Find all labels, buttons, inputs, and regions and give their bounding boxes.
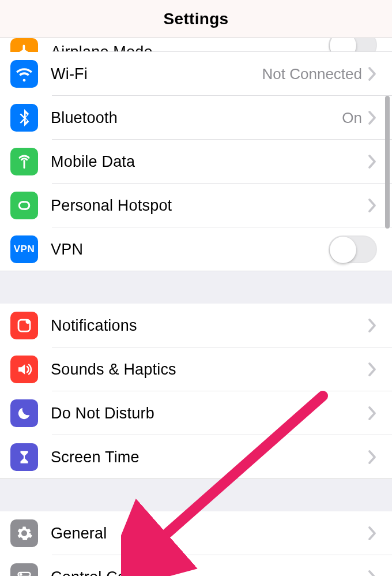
row-personal-hotspot[interactable]: Personal Hotspot: [0, 184, 392, 227]
airplane-icon: [10, 38, 38, 52]
row-general[interactable]: General: [0, 511, 392, 555]
settings-group-connectivity: Airplane Mode Wi-Fi Not Connected: [0, 38, 392, 271]
chevron-right-icon: [368, 569, 377, 576]
row-airplane-mode[interactable]: Airplane Mode: [0, 38, 392, 52]
row-label: Sounds & Haptics: [51, 361, 176, 379]
row-label: Personal Hotspot: [51, 197, 172, 215]
row-label: General: [51, 525, 107, 543]
row-value: On: [342, 109, 362, 127]
row-label: Mobile Data: [51, 153, 135, 171]
moon-icon: [10, 399, 38, 427]
hourglass-icon: [10, 443, 38, 471]
vpn-icon: VPN: [10, 235, 38, 263]
scroll-indicator[interactable]: [385, 96, 390, 229]
settings-group-alerts: Notifications Sounds & Haptics Do Not Di…: [0, 304, 392, 479]
link-icon: [10, 192, 38, 219]
row-label: Airplane Mode: [51, 43, 153, 53]
svg-point-4: [20, 573, 22, 576]
row-control-centre[interactable]: Control Centre: [0, 555, 392, 576]
antenna-icon: [10, 148, 38, 175]
toggles-icon: [10, 563, 38, 576]
row-label: Do Not Disturb: [51, 405, 154, 422]
bluetooth-icon: [10, 104, 38, 132]
row-label: Notifications: [51, 317, 137, 335]
chevron-right-icon: [368, 110, 377, 126]
row-label: Wi-Fi: [51, 65, 88, 83]
row-mobile-data[interactable]: Mobile Data: [0, 140, 392, 184]
page-title: Settings: [164, 10, 229, 28]
chevron-right-icon: [368, 66, 377, 82]
section-gap: [0, 271, 392, 304]
vpn-toggle[interactable]: [329, 235, 377, 263]
row-wifi[interactable]: Wi-Fi Not Connected: [0, 52, 392, 96]
section-gap: [0, 479, 392, 511]
notifications-icon: [10, 312, 38, 339]
row-value: Not Connected: [262, 65, 362, 83]
row-label: Control Centre: [51, 568, 153, 577]
chevron-right-icon: [368, 449, 377, 465]
chevron-right-icon: [368, 197, 377, 214]
row-do-not-disturb[interactable]: Do Not Disturb: [0, 391, 392, 435]
svg-point-2: [26, 319, 31, 324]
row-screen-time[interactable]: Screen Time: [0, 435, 392, 479]
gear-icon: [10, 519, 38, 547]
chevron-right-icon: [368, 525, 377, 541]
speaker-icon: [10, 356, 38, 383]
chevron-right-icon: [368, 361, 377, 377]
settings-group-system: General Control Centre: [0, 511, 392, 576]
row-notifications[interactable]: Notifications: [0, 304, 392, 347]
nav-header: Settings: [0, 0, 392, 38]
chevron-right-icon: [368, 317, 377, 334]
svg-point-0: [23, 160, 25, 162]
row-vpn[interactable]: VPN VPN: [0, 227, 392, 271]
row-label: Screen Time: [51, 448, 140, 466]
chevron-right-icon: [368, 154, 377, 170]
row-bluetooth[interactable]: Bluetooth On: [0, 96, 392, 140]
airplane-toggle[interactable]: [329, 38, 377, 52]
row-label: VPN: [51, 241, 83, 259]
settings-scroll-area[interactable]: Airplane Mode Wi-Fi Not Connected: [0, 38, 392, 576]
chevron-right-icon: [368, 405, 377, 421]
row-sounds-haptics[interactable]: Sounds & Haptics: [0, 347, 392, 391]
wifi-icon: [10, 60, 38, 88]
row-label: Bluetooth: [51, 109, 118, 127]
